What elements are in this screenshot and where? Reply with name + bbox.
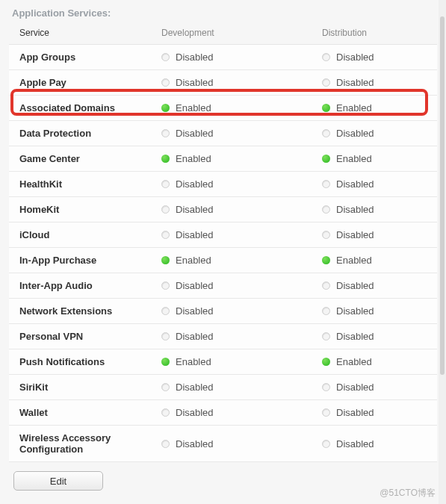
development-status: Disabled — [161, 438, 322, 449]
table-row[interactable]: Network ExtensionsDisabledDisabled — [9, 299, 437, 324]
development-status: Disabled — [161, 305, 322, 317]
distribution-status: Enabled — [322, 255, 427, 266]
distribution-status: Disabled — [322, 331, 427, 342]
distribution-status: Disabled — [322, 229, 427, 240]
status-disabled-icon — [161, 53, 170, 61]
distribution-status: Disabled — [322, 407, 427, 418]
service-name: HomeKit — [19, 204, 161, 215]
status-label: Enabled — [176, 356, 211, 367]
edit-button[interactable]: Edit — [13, 471, 103, 491]
table-row[interactable]: HomeKitDisabledDisabled — [9, 197, 437, 223]
distribution-status: Disabled — [322, 52, 427, 63]
table-row[interactable]: Personal VPNDisabledDisabled — [9, 324, 437, 349]
table-row[interactable]: WalletDisabledDisabled — [9, 400, 437, 426]
table-row[interactable]: Apple PayDisabledDisabled — [9, 70, 437, 96]
status-label: Disabled — [176, 178, 214, 190]
development-status: Disabled — [161, 331, 322, 342]
service-name: Associated Domains — [19, 102, 161, 113]
status-label: Disabled — [336, 331, 374, 342]
table-row[interactable]: Game CenterEnabledEnabled — [9, 146, 437, 172]
scrollbar[interactable] — [439, 0, 446, 504]
status-disabled-icon — [161, 231, 170, 239]
status-label: Disabled — [336, 407, 374, 418]
status-label: Enabled — [176, 102, 211, 113]
development-status: Enabled — [161, 255, 322, 266]
status-label: Disabled — [336, 280, 374, 291]
development-status: Enabled — [161, 356, 322, 367]
status-label: Enabled — [176, 153, 211, 164]
status-disabled-icon — [322, 78, 330, 87]
services-table: Service Development Distribution App Gro… — [9, 22, 437, 462]
status-label: Disabled — [336, 52, 374, 63]
status-disabled-icon — [322, 180, 330, 188]
distribution-status: Enabled — [322, 153, 427, 164]
table-row[interactable]: Wireless Accessory ConfigurationDisabled… — [9, 426, 437, 462]
table-row[interactable]: Push NotificationsEnabledEnabled — [9, 349, 437, 375]
distribution-status: Disabled — [322, 438, 427, 449]
distribution-status: Disabled — [322, 128, 427, 139]
status-disabled-icon — [161, 307, 170, 315]
status-enabled-icon — [322, 104, 330, 112]
development-status: Disabled — [161, 407, 322, 418]
status-enabled-icon — [322, 256, 330, 264]
status-disabled-icon — [322, 281, 330, 290]
development-status: Disabled — [161, 178, 322, 190]
service-name: Push Notifications — [19, 356, 161, 367]
status-label: Disabled — [176, 280, 214, 291]
status-disabled-icon — [161, 205, 170, 214]
development-status: Disabled — [161, 77, 322, 88]
status-label: Enabled — [176, 255, 211, 266]
status-disabled-icon — [161, 440, 170, 448]
status-disabled-icon — [161, 332, 170, 340]
distribution-status: Disabled — [322, 77, 427, 88]
status-disabled-icon — [161, 180, 170, 188]
table-row[interactable]: HealthKitDisabledDisabled — [9, 172, 437, 197]
status-label: Enabled — [336, 356, 372, 367]
status-enabled-icon — [322, 155, 330, 163]
distribution-status: Disabled — [322, 280, 427, 291]
table-row[interactable]: SiriKitDisabledDisabled — [9, 375, 437, 400]
table-row[interactable]: Associated DomainsEnabledEnabled — [9, 96, 437, 121]
service-name: SiriKit — [19, 382, 161, 393]
distribution-status: Enabled — [322, 356, 427, 367]
development-status: Disabled — [161, 204, 322, 215]
status-label: Disabled — [336, 382, 374, 393]
service-name: iCloud — [19, 229, 161, 240]
status-label: Disabled — [176, 128, 214, 139]
scroll-thumb[interactable] — [440, 16, 445, 375]
status-disabled-icon — [322, 231, 330, 239]
service-name: Personal VPN — [19, 331, 161, 342]
status-label: Disabled — [336, 204, 374, 215]
status-label: Enabled — [336, 102, 372, 113]
table-header: Service Development Distribution — [9, 22, 437, 45]
service-name: In-App Purchase — [19, 255, 161, 266]
distribution-status: Disabled — [322, 178, 427, 190]
distribution-status: Disabled — [322, 305, 427, 317]
service-name: Game Center — [19, 153, 161, 164]
service-name: App Groups — [19, 52, 161, 63]
status-enabled-icon — [161, 155, 170, 163]
status-label: Disabled — [336, 128, 374, 139]
table-row[interactable]: In-App PurchaseEnabledEnabled — [9, 248, 437, 273]
service-name: Network Extensions — [19, 305, 161, 317]
status-label: Disabled — [176, 331, 214, 342]
table-row[interactable]: App GroupsDisabledDisabled — [9, 45, 437, 70]
status-label: Disabled — [336, 77, 374, 88]
table-row[interactable]: Inter-App AudioDisabledDisabled — [9, 273, 437, 299]
table-row[interactable]: iCloudDisabledDisabled — [9, 223, 437, 248]
status-disabled-icon — [322, 129, 330, 137]
status-disabled-icon — [161, 383, 170, 391]
status-disabled-icon — [322, 383, 330, 391]
status-disabled-icon — [322, 307, 330, 315]
status-label: Disabled — [176, 229, 214, 240]
status-disabled-icon — [161, 408, 170, 417]
development-status: Disabled — [161, 52, 322, 63]
development-status: Disabled — [161, 229, 322, 240]
header-service: Service — [19, 28, 161, 38]
header-distribution: Distribution — [322, 28, 427, 38]
service-name: HealthKit — [19, 178, 161, 190]
status-disabled-icon — [322, 53, 330, 61]
table-row[interactable]: Data ProtectionDisabledDisabled — [9, 121, 437, 146]
service-name: Wallet — [19, 407, 161, 418]
status-label: Enabled — [336, 153, 372, 164]
